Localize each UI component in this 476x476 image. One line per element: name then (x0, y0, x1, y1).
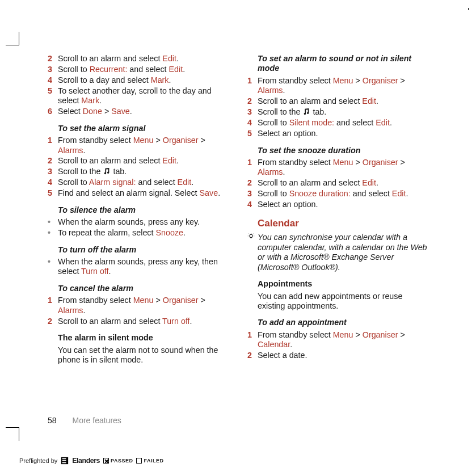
ui-term: Organiser (163, 136, 199, 145)
step-number: 3 (247, 189, 258, 199)
ui-term: Mark (151, 75, 169, 85)
crop-mark-bottom-left (6, 427, 19, 441)
item-text: Scroll to an alarm and select Edit. (258, 178, 431, 188)
ui-term: Alarm signal: (89, 178, 136, 187)
step-number: 1 (48, 136, 58, 145)
bullet-item: •To repeat the alarm, select Snooze. (48, 228, 231, 238)
item-text: Scroll to an alarm and select Turn off. (58, 317, 231, 326)
ui-term: Snooze duration: (289, 189, 351, 198)
ui-term: Turn off (81, 267, 108, 276)
item-text: Select an option. (258, 200, 431, 209)
ui-term: Organiser (363, 158, 398, 167)
steps-snooze-duration: 1From standby select Menu > Organiser > … (247, 158, 431, 210)
step-item: 1From standby select Menu > Organiser > … (48, 136, 231, 155)
step-number: 3 (48, 167, 58, 176)
svg-rect-1 (250, 238, 251, 239)
ui-term: Calendar (258, 340, 290, 349)
item-text: Scroll to Silent mode: and select Edit. (258, 118, 431, 128)
step-item: 2Scroll to an alarm and select Turn off. (48, 317, 231, 326)
ui-term: Menu (133, 296, 154, 305)
item-text: Scroll to Alarm signal: and select Edit. (58, 178, 231, 187)
ui-term: Alarms (58, 146, 83, 155)
step-number: 2 (247, 351, 258, 360)
item-text: Scroll to the tab. (258, 107, 431, 117)
bullet-item: •When the alarm sounds, press any key, t… (48, 257, 231, 277)
page-footer: 58 More features (48, 416, 121, 425)
item-text: Find and select an alarm signal. Select … (58, 188, 231, 198)
item-text: Scroll to Snooze duration: and select Ed… (258, 189, 431, 199)
step-number: 1 (247, 76, 258, 86)
step-number: 4 (247, 200, 258, 209)
ui-term: Menu (333, 330, 353, 339)
item-text: Select Done > Save. (58, 107, 231, 116)
ui-term: Alarms (58, 306, 83, 315)
item-text: From standby select Menu > Organiser > A… (258, 158, 431, 178)
ui-term: Edit (362, 178, 376, 187)
ui-term: Menu (333, 158, 353, 167)
svg-rect-10 (62, 462, 66, 464)
ui-term: Edit (162, 156, 176, 165)
heading-sound-silent-mode: To set an alarm to sound or not in silen… (258, 54, 431, 74)
ui-term: Menu (133, 136, 154, 145)
ui-term: Edit (169, 65, 183, 74)
steps-sound-silent-mode: 1From standby select Menu > Organiser > … (247, 76, 431, 139)
item-text: Select a date. (258, 351, 431, 360)
step-number: 4 (48, 75, 58, 85)
heading-turn-off-alarm: To turn off the alarm (58, 245, 231, 255)
svg-point-0 (250, 235, 252, 238)
step-number: 2 (247, 178, 258, 188)
bullets-silence-alarm: •When the alarm sounds, press any key.•T… (48, 217, 231, 238)
step-number: 3 (247, 107, 258, 117)
item-text: From standby select Menu > Organiser > C… (258, 330, 431, 350)
ui-term: Mark (81, 96, 99, 105)
preflight-failed: FAILED (136, 458, 163, 464)
bullet-marker: • (48, 228, 58, 238)
crop-mark-top-left (6, 32, 19, 45)
tip-icon (247, 233, 258, 243)
step-number: 1 (247, 330, 258, 340)
step-number: 3 (48, 65, 58, 74)
preflight-brand: Elanders (72, 457, 100, 465)
step-number: 5 (48, 86, 58, 96)
ui-term: Organiser (363, 76, 398, 85)
step-number: 1 (247, 158, 258, 167)
svg-line-6 (253, 234, 254, 234)
heading-add-appointment: To add an appointment (258, 318, 431, 327)
item-text: To select another day, scroll to the day… (58, 86, 231, 106)
ui-term: Edit (392, 189, 406, 198)
svg-rect-9 (62, 460, 66, 461)
item-text: Scroll to an alarm and select Edit. (58, 54, 231, 64)
step-item: 3Scroll to Snooze duration: and select E… (247, 189, 431, 199)
step-number: 2 (48, 317, 58, 326)
ui-term: Alarms (258, 167, 283, 176)
step-item: 3Scroll to the tab. (48, 167, 231, 176)
heading-alarm-silent-mode: The alarm in silent mode (58, 333, 231, 343)
step-item: 4Select an option. (247, 200, 431, 209)
step-item: 6Select Done > Save. (48, 107, 231, 116)
bullets-turn-off-alarm: •When the alarm sounds, press any key, t… (48, 257, 231, 277)
page-number: 58 (48, 416, 57, 425)
step-number: 5 (48, 188, 58, 198)
text-alarm-silent-mode: You can set the alarm not to sound when … (58, 346, 231, 365)
step-item: 2Scroll to an alarm and select Edit. (48, 156, 231, 166)
bullet-item: •When the alarm sounds, press any key. (48, 217, 231, 227)
item-text: When the alarm sounds, press any key, th… (58, 257, 231, 277)
item-text: Select an option. (258, 129, 431, 138)
ui-term: Done (83, 107, 102, 116)
footer-section: More features (72, 416, 121, 425)
step-item: 4Scroll to a day and select Mark. (48, 75, 231, 85)
ui-term: Edit (362, 96, 376, 106)
step-item: 3Scroll to the tab. (247, 107, 431, 117)
section-calendar: Calendar (258, 218, 431, 230)
item-text: When the alarm sounds, press any key. (58, 217, 231, 227)
tip-calendar-sync: You can synchronise your calendar with a… (247, 233, 431, 272)
ui-term: Organiser (363, 330, 398, 339)
svg-line-5 (248, 234, 249, 234)
step-item: 1From standby select Menu > Organiser > … (247, 76, 431, 96)
ui-term: Alarms (258, 86, 283, 95)
step-item: 2Scroll to an alarm and select Edit. (48, 54, 231, 64)
ui-term: Save (200, 188, 218, 197)
left-column: 2Scroll to an alarm and select Edit.3Scr… (48, 54, 231, 365)
step-item: 1From standby select Menu > Organiser > … (247, 158, 431, 178)
ui-term: Save (111, 107, 130, 116)
